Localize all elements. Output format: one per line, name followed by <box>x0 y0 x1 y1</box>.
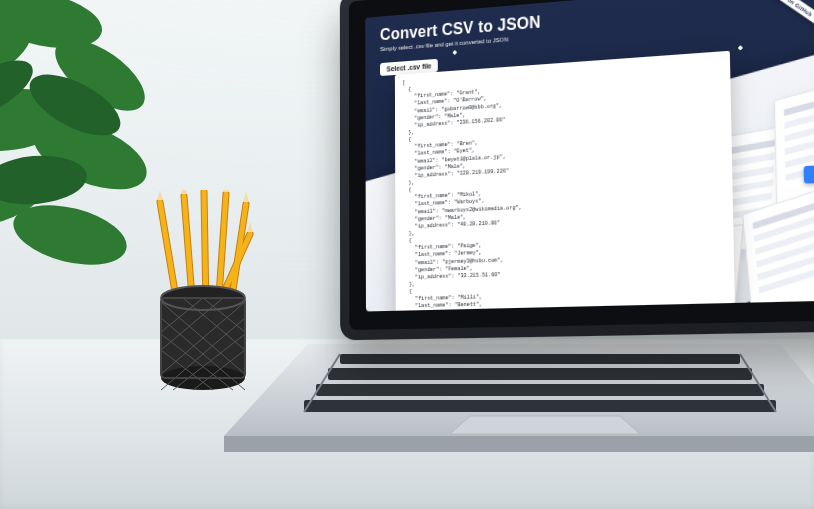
json-output: [ { "first_name": "Grant", "last_name": … <box>395 51 735 312</box>
csv-to-json-app: Convert CSV to JSON Simply select .csv f… <box>365 0 814 311</box>
laptop-base-icon <box>220 340 814 470</box>
laptop: Convert CSV to JSON Simply select .csv f… <box>250 0 814 500</box>
scene: Convert CSV to JSON Simply select .csv f… <box>0 0 814 509</box>
svg-rect-48 <box>328 368 752 380</box>
laptop-lid: Convert CSV to JSON Simply select .csv f… <box>340 0 814 340</box>
side-action-tab[interactable] <box>804 165 814 184</box>
svg-marker-46 <box>224 436 814 452</box>
json-output-text[interactable]: [ { "first_name": "Grant", "last_name": … <box>395 51 735 312</box>
svg-rect-49 <box>316 384 764 396</box>
svg-rect-50 <box>304 400 776 412</box>
svg-rect-47 <box>340 354 740 364</box>
screen-bezel: Convert CSV to JSON Simply select .csv f… <box>349 0 814 330</box>
screen: Convert CSV to JSON Simply select .csv f… <box>365 0 814 311</box>
svg-marker-53 <box>450 416 640 434</box>
